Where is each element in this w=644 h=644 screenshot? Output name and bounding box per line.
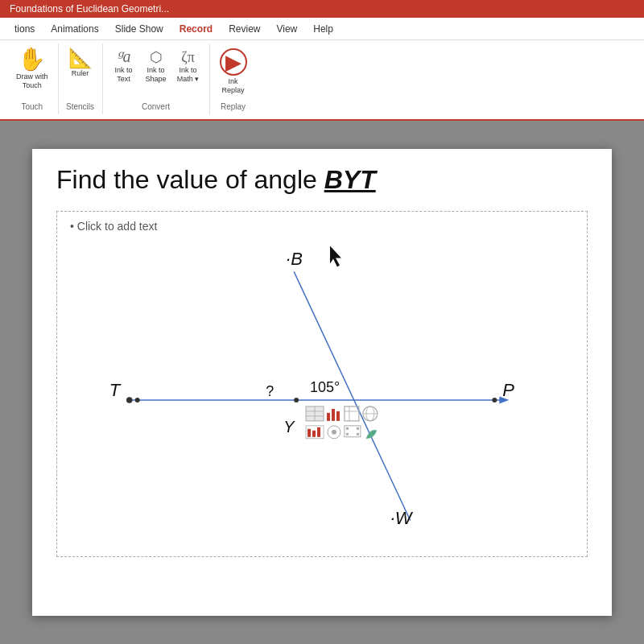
ink-shape-label: Ink toShape <box>146 66 167 84</box>
menu-view[interactable]: View <box>268 20 305 38</box>
svg-rect-17 <box>327 413 330 421</box>
ruler-icon: 📐 <box>68 48 93 68</box>
ink-math-icon: ζπ <box>181 50 195 64</box>
ribbon: ✋ Draw withTouch Touch 📐 Ruler Stencils … <box>0 40 644 121</box>
svg-text:?: ? <box>266 383 274 399</box>
ink-math-label: Ink toMath ▾ <box>177 66 200 84</box>
ribbon-group-replay: ▶ InkReplay Replay <box>210 43 257 114</box>
svg-rect-34 <box>346 433 349 436</box>
slide-content-area[interactable]: • Click to add text ·B <box>56 211 588 557</box>
svg-rect-35 <box>357 427 359 430</box>
svg-text:·W: ·W <box>390 508 414 528</box>
svg-text:T: T <box>109 380 122 400</box>
touch-group-label: Touch <box>21 102 43 111</box>
slide-title: Find the value of angle BYT <box>56 165 588 195</box>
svg-text:105°: 105° <box>310 379 340 395</box>
convert-buttons: ᵍa Ink toText ⬡ Ink toShape ζπ Ink toMat… <box>109 47 203 85</box>
menu-animations[interactable]: Animations <box>43 20 106 38</box>
convert-group-label: Convert <box>142 102 170 111</box>
ink-to-shape-button[interactable]: ⬡ Ink toShape <box>142 48 171 85</box>
ribbon-group-stencils: 📐 Ruler Stencils <box>59 43 103 114</box>
svg-rect-36 <box>357 433 359 436</box>
ink-to-text-button[interactable]: ᵍa Ink toText <box>109 47 138 85</box>
svg-rect-27 <box>308 429 311 437</box>
slide: Find the value of angle BYT • Click to a… <box>32 149 612 616</box>
svg-point-7 <box>492 398 497 402</box>
ink-text-icon: ᵍa <box>117 48 131 64</box>
svg-rect-20 <box>345 407 359 421</box>
menu-help[interactable]: Help <box>305 20 341 38</box>
svg-text:Y: Y <box>283 418 295 436</box>
replay-label: InkReplay <box>222 77 245 95</box>
ribbon-group-touch: ✋ Draw withTouch Touch <box>6 43 59 114</box>
svg-marker-37 <box>330 246 341 267</box>
svg-rect-19 <box>336 411 340 421</box>
draw-touch-label: Draw withTouch <box>16 72 48 90</box>
diagram: ·B T P Y ? 105° ·W <box>57 212 587 556</box>
replay-buttons: ▶ InkReplay <box>217 47 250 97</box>
slide-area: Find the value of angle BYT • Click to a… <box>0 121 644 644</box>
slide-title-highlighted: BYT <box>324 165 376 194</box>
menu-record[interactable]: Record <box>171 20 221 38</box>
ink-shape-icon: ⬡ <box>150 50 163 64</box>
replay-group-label: Replay <box>221 102 246 111</box>
ink-text-label: Ink toText <box>115 66 133 84</box>
svg-rect-28 <box>312 431 316 437</box>
ruler-label: Ruler <box>72 69 89 78</box>
svg-text:·B: ·B <box>286 249 303 269</box>
svg-point-31 <box>332 430 336 435</box>
title-bar: Foundations of Euclidean Geometri... <box>0 0 644 18</box>
draw-with-touch-button[interactable]: ✋ Draw withTouch <box>13 47 52 92</box>
ribbon-group-convert: ᵍa Ink toText ⬡ Ink toShape ζπ Ink toMat… <box>103 43 210 114</box>
menu-review[interactable]: Review <box>221 20 268 38</box>
title-bar-label: Foundations of Euclidean Geometri... <box>10 3 169 14</box>
touch-buttons: ✋ Draw withTouch <box>13 47 52 92</box>
svg-point-8 <box>294 398 299 402</box>
menu-slideshow[interactable]: Slide Show <box>107 20 171 38</box>
svg-text:P: P <box>502 380 514 400</box>
menu-tions[interactable]: tions <box>6 20 43 38</box>
svg-rect-18 <box>332 409 335 421</box>
replay-icon: ▶ <box>220 48 247 76</box>
svg-rect-33 <box>346 427 349 430</box>
stencils-group-label: Stencils <box>66 102 94 111</box>
draw-touch-icon: ✋ <box>18 48 46 71</box>
slide-title-prefix: Find the value of angle <box>56 165 324 194</box>
ink-replay-button[interactable]: ▶ InkReplay <box>217 47 250 97</box>
ruler-button[interactable]: 📐 Ruler <box>65 47 96 80</box>
ink-to-math-button[interactable]: ζπ Ink toMath ▾ <box>174 48 203 85</box>
svg-line-1 <box>294 271 411 520</box>
stencils-buttons: 📐 Ruler <box>65 47 96 80</box>
svg-point-5 <box>135 398 140 402</box>
menu-bar: tions Animations Slide Show Record Revie… <box>0 18 644 40</box>
svg-rect-29 <box>317 427 320 437</box>
